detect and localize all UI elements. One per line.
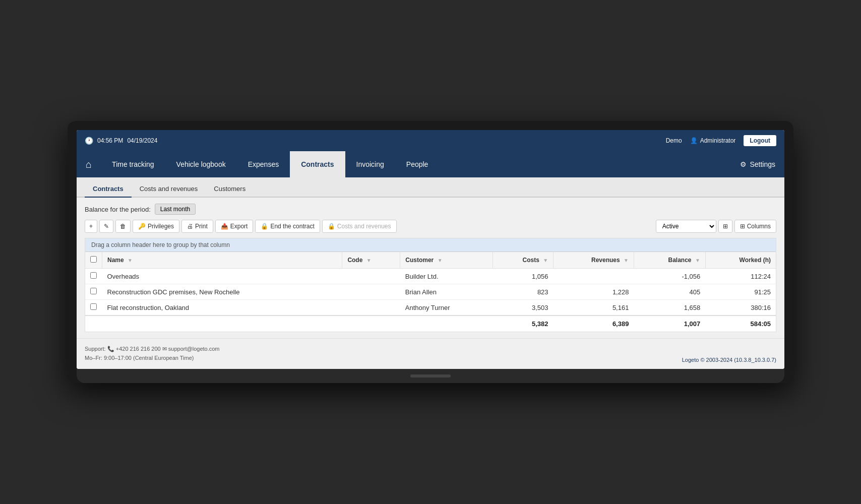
end-contract-icon: 🔒 bbox=[261, 223, 268, 230]
nav-item-vehicle-logbook[interactable]: Vehicle logbook bbox=[165, 151, 237, 177]
costs-filter-icon[interactable]: ▼ bbox=[543, 258, 548, 263]
total-worked: 584:05 bbox=[705, 316, 776, 332]
privileges-button[interactable]: 🔑 Privileges bbox=[133, 220, 179, 233]
current-date: 04/19/2024 bbox=[127, 137, 157, 144]
row-name: Flat reconstruction, Oakland bbox=[102, 300, 342, 316]
row-revenues bbox=[554, 269, 634, 284]
row-worked: 380:16 bbox=[705, 300, 776, 316]
row-revenues: 1,228 bbox=[554, 284, 634, 300]
demo-label: Demo bbox=[666, 137, 682, 144]
top-bar: 🕐 04:56 PM 04/19/2024 Demo 👤 Administrat… bbox=[77, 130, 784, 151]
row-checkbox[interactable] bbox=[90, 288, 97, 294]
nav-item-people[interactable]: People bbox=[395, 151, 440, 177]
row-balance: -1,056 bbox=[634, 269, 705, 284]
col-header-worked: Worked (h) bbox=[705, 252, 776, 269]
subtab-costs-revenues[interactable]: Costs and revenues bbox=[132, 181, 206, 198]
nav-spacer bbox=[439, 151, 731, 177]
code-filter-icon[interactable]: ▼ bbox=[366, 258, 372, 263]
row-customer: Brian Allen bbox=[400, 284, 493, 300]
revenues-filter-icon[interactable]: ▼ bbox=[624, 258, 629, 263]
support-hours: Mo–Fr: 9:00–17:00 (Central European Time… bbox=[85, 355, 194, 361]
row-customer: Anthony Turner bbox=[400, 300, 493, 316]
settings-label: Settings bbox=[750, 160, 775, 168]
email-icon: ✉ bbox=[162, 346, 168, 352]
col-header-code: Code ▼ bbox=[342, 252, 400, 269]
nav-home-button[interactable]: ⌂ bbox=[77, 151, 101, 177]
footer: Support: 📞 +420 216 216 200 ✉ support@lo… bbox=[77, 338, 784, 368]
totals-label bbox=[85, 316, 493, 332]
grid-icon: ⊞ bbox=[723, 223, 728, 230]
select-all-header[interactable] bbox=[85, 252, 102, 269]
delete-button[interactable]: 🗑 bbox=[115, 220, 131, 233]
row-name: Reconstruction GDC premises, New Rochell… bbox=[102, 284, 342, 300]
row-checkbox-cell[interactable] bbox=[85, 269, 102, 284]
table-row[interactable]: Reconstruction GDC premises, New Rochell… bbox=[85, 284, 776, 300]
row-code bbox=[342, 269, 400, 284]
balance-bar: Balance for the period: Last month bbox=[85, 204, 776, 215]
home-icon: ⌂ bbox=[86, 159, 92, 170]
row-checkbox[interactable] bbox=[90, 272, 97, 279]
total-revenues: 6,389 bbox=[554, 316, 634, 332]
customer-filter-icon[interactable]: ▼ bbox=[438, 258, 443, 263]
end-contract-button[interactable]: 🔒 End the contract bbox=[255, 220, 320, 233]
nav-item-time-tracking[interactable]: Time tracking bbox=[101, 151, 165, 177]
footer-copyright: Logeto © 2003-2024 (10.3.8_10.3.0.7) bbox=[682, 357, 776, 363]
row-checkbox[interactable] bbox=[90, 303, 97, 310]
user-icon: 👤 bbox=[690, 137, 698, 144]
main-content: Balance for the period: Last month + ✎ 🗑… bbox=[77, 198, 784, 338]
select-all-checkbox[interactable] bbox=[90, 256, 97, 263]
table-row[interactable]: Flat reconstruction, Oakland Anthony Tur… bbox=[85, 300, 776, 316]
support-email[interactable]: support@logeto.com bbox=[168, 346, 220, 352]
period-button[interactable]: Last month bbox=[155, 204, 196, 215]
totals-row: 5,382 6,389 1,007 584:05 bbox=[85, 316, 776, 332]
nav-item-expenses[interactable]: Expenses bbox=[237, 151, 290, 177]
row-revenues: 5,161 bbox=[554, 300, 634, 316]
subtab-customers[interactable]: Customers bbox=[206, 181, 254, 198]
drag-hint: Drag a column header here to group by th… bbox=[85, 238, 776, 252]
support-phone: +420 216 216 200 bbox=[116, 346, 161, 352]
total-balance: 1,007 bbox=[634, 316, 705, 332]
row-balance: 1,658 bbox=[634, 300, 705, 316]
laptop-notch bbox=[410, 374, 451, 377]
privileges-icon: 🔑 bbox=[138, 223, 146, 230]
costs-revenues-icon: 🔒 bbox=[328, 223, 335, 230]
row-costs: 823 bbox=[493, 284, 554, 300]
total-costs: 5,382 bbox=[493, 316, 554, 332]
col-header-revenues: Revenues ▼ bbox=[554, 252, 634, 269]
columns-icon: ⊞ bbox=[740, 223, 745, 230]
edit-button[interactable]: ✎ bbox=[99, 220, 113, 233]
nav-item-contracts[interactable]: Contracts bbox=[290, 151, 345, 177]
row-costs: 3,503 bbox=[493, 300, 554, 316]
col-header-name: Name ▼ bbox=[102, 252, 342, 269]
export-icon: 📤 bbox=[221, 223, 228, 230]
costs-revenues-button[interactable]: 🔒 Costs and revenues bbox=[322, 220, 397, 233]
table-row[interactable]: Overheads Builder Ltd. 1,056 -1,056 112:… bbox=[85, 269, 776, 284]
phone-icon: 📞 bbox=[107, 346, 116, 352]
nav-item-invoicing[interactable]: Invoicing bbox=[345, 151, 395, 177]
print-button[interactable]: 🖨 Print bbox=[181, 220, 213, 233]
row-checkbox-cell[interactable] bbox=[85, 284, 102, 300]
export-button[interactable]: 📤 Export bbox=[215, 220, 254, 233]
columns-button[interactable]: ⊞ Columns bbox=[734, 220, 776, 233]
row-code bbox=[342, 300, 400, 316]
clock-icon: 🕐 bbox=[85, 137, 93, 145]
contracts-table: Name ▼ Code ▼ Customer ▼ bbox=[85, 252, 776, 332]
admin-area: 👤 Administrator bbox=[690, 137, 736, 144]
row-worked: 91:25 bbox=[705, 284, 776, 300]
contracts-table-container: Drag a column header here to group by th… bbox=[85, 238, 776, 332]
add-button[interactable]: + bbox=[85, 220, 97, 233]
row-balance: 405 bbox=[634, 284, 705, 300]
status-select[interactable]: Active Inactive All bbox=[656, 220, 716, 233]
name-filter-icon[interactable]: ▼ bbox=[128, 258, 133, 263]
row-costs: 1,056 bbox=[493, 269, 554, 284]
top-bar-right: Demo 👤 Administrator Logout bbox=[666, 135, 776, 146]
row-code bbox=[342, 284, 400, 300]
row-checkbox-cell[interactable] bbox=[85, 300, 102, 316]
nav-settings-button[interactable]: ⚙ Settings bbox=[731, 151, 784, 177]
subtab-contracts[interactable]: Contracts bbox=[85, 181, 132, 198]
logout-button[interactable]: Logout bbox=[744, 135, 776, 146]
row-customer: Builder Ltd. bbox=[400, 269, 493, 284]
balance-filter-icon[interactable]: ▼ bbox=[695, 258, 700, 263]
grid-view-button[interactable]: ⊞ bbox=[718, 220, 732, 233]
footer-support: Support: 📞 +420 216 216 200 ✉ support@lo… bbox=[85, 345, 220, 362]
